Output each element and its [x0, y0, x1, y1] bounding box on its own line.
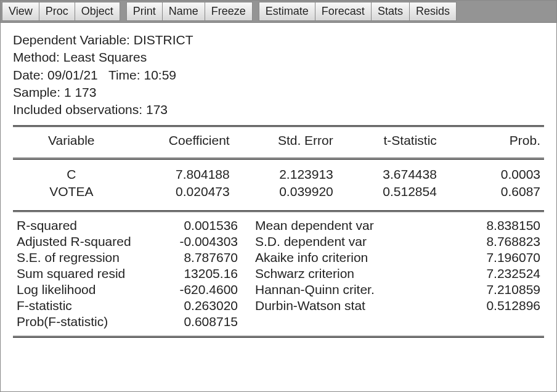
coef-header-row: Variable Coefficient Std. Error t-Statis… — [13, 129, 544, 152]
proc-button[interactable]: Proc — [39, 2, 75, 21]
stats-row: S.E. of regression 8.787670 Akaike info … — [13, 250, 544, 266]
view-button[interactable]: View — [2, 2, 39, 21]
coef-var: VOTEA — [13, 183, 130, 204]
name-button[interactable]: Name — [162, 2, 205, 21]
rule-header — [13, 158, 544, 160]
coef-t: 0.512854 — [337, 183, 441, 204]
object-button[interactable]: Object — [75, 2, 120, 21]
stat-label — [251, 314, 414, 330]
coef-p: 0.6087 — [441, 183, 544, 204]
summary-stats-table: R-squared 0.001536 Mean dependent var 8.… — [13, 214, 544, 330]
coef-row: VOTEA 0.020473 0.039920 0.512854 0.6087 — [13, 183, 544, 204]
date-time-line: Date: 09/01/21 Time: 10:59 — [13, 67, 544, 84]
stat-value: 0.608715 — [159, 314, 251, 330]
col-prob: Prob. — [441, 129, 544, 152]
method-label: Method: — [13, 50, 63, 64]
stat-value: -0.004303 — [159, 234, 251, 250]
rule-top — [13, 125, 544, 127]
stat-label: S.D. dependent var — [251, 234, 414, 250]
output-header: Dependent Variable: DISTRICT Method: Lea… — [13, 31, 544, 119]
stats-row: Prob(F-statistic) 0.608715 — [13, 314, 544, 330]
stat-value: 7.196070 — [414, 250, 544, 266]
sample-label: Sample: — [13, 85, 64, 99]
stat-value: 0.001536 — [159, 214, 251, 234]
stats-row: Sum squared resid 13205.16 Schwarz crite… — [13, 266, 544, 282]
stats-row: Adjusted R-squared -0.004303 S.D. depend… — [13, 234, 544, 250]
sample-line: Sample: 1 173 — [13, 84, 544, 101]
stat-value — [414, 314, 544, 330]
col-tstat: t-Statistic — [337, 129, 441, 152]
method-value: Least Squares — [63, 50, 147, 64]
rule-bottom — [13, 336, 544, 338]
estimate-button[interactable]: Estimate — [259, 2, 315, 21]
coef-se: 2.123913 — [234, 162, 337, 183]
stat-value: 7.232524 — [414, 266, 544, 282]
coef-val: 7.804188 — [130, 162, 234, 183]
toolbar-group-3: Estimate Forecast Stats Resids — [259, 2, 457, 21]
output-window: View Proc Object Print Name Freeze Estim… — [0, 0, 557, 392]
stats-row: Log likelihood -620.4600 Hannan-Quinn cr… — [13, 282, 544, 298]
resids-button[interactable]: Resids — [409, 2, 457, 21]
stat-label: Schwarz criterion — [251, 266, 414, 282]
stat-value: 7.210859 — [414, 282, 544, 298]
stat-label: S.E. of regression — [13, 250, 159, 266]
sample-value: 1 173 — [64, 85, 97, 99]
stat-label: R-squared — [13, 214, 159, 234]
coef-var: C — [13, 162, 130, 183]
coef-p: 0.0003 — [441, 162, 544, 183]
toolbar-group-2: Print Name Freeze — [126, 2, 253, 21]
stat-label: Durbin-Watson stat — [251, 298, 414, 314]
dep-var-label: Dependent Variable: — [13, 33, 134, 47]
stat-label: Adjusted R-squared — [13, 234, 159, 250]
stat-value: 8.787670 — [159, 250, 251, 266]
stat-value: 8.768823 — [414, 234, 544, 250]
coef-row: C 7.804188 2.123913 3.674438 0.0003 — [13, 162, 544, 183]
stat-label: Sum squared resid — [13, 266, 159, 282]
stat-label: Hannan-Quinn criter. — [251, 282, 414, 298]
regression-output: Dependent Variable: DISTRICT Method: Lea… — [1, 23, 556, 349]
forecast-button[interactable]: Forecast — [315, 2, 372, 21]
observations-line: Included observations: 173 — [13, 101, 544, 118]
stat-value: 0.263020 — [159, 298, 251, 314]
stat-value: 8.838150 — [414, 214, 544, 234]
stat-label: Prob(F-statistic) — [13, 314, 159, 330]
freeze-button[interactable]: Freeze — [205, 2, 253, 21]
col-coefficient: Coefficient — [130, 129, 234, 152]
stat-value: 0.512896 — [414, 298, 544, 314]
coefficient-table-body: C 7.804188 2.123913 3.674438 0.0003 VOTE… — [13, 162, 544, 204]
toolbar-group-1: View Proc Object — [2, 2, 120, 21]
col-variable: Variable — [13, 129, 130, 152]
time-label: Time: — [108, 68, 144, 82]
time-value: 10:59 — [144, 68, 176, 82]
stats-row: F-statistic 0.263020 Durbin-Watson stat … — [13, 298, 544, 314]
stat-label: Akaike info criterion — [251, 250, 414, 266]
method-line: Method: Least Squares — [13, 49, 544, 66]
stats-button[interactable]: Stats — [371, 2, 410, 21]
dependent-variable-line: Dependent Variable: DISTRICT — [13, 31, 544, 49]
obs-value: 173 — [146, 102, 168, 116]
stats-row: R-squared 0.001536 Mean dependent var 8.… — [13, 214, 544, 234]
coef-t: 3.674438 — [337, 162, 441, 183]
date-value: 09/01/21 — [47, 68, 98, 82]
coefficient-table: Variable Coefficient Std. Error t-Statis… — [13, 129, 544, 152]
obs-label: Included observations: — [13, 102, 146, 116]
date-label: Date: — [13, 68, 47, 82]
stat-label: F-statistic — [13, 298, 159, 314]
col-stderr: Std. Error — [234, 129, 337, 152]
stat-label: Log likelihood — [13, 282, 159, 298]
coef-val: 0.020473 — [130, 183, 234, 204]
stat-label: Mean dependent var — [251, 214, 414, 234]
coef-se: 0.039920 — [234, 183, 337, 204]
rule-mid — [13, 210, 544, 212]
stat-value: 13205.16 — [159, 266, 251, 282]
print-button[interactable]: Print — [126, 2, 163, 21]
stat-value: -620.4600 — [159, 282, 251, 298]
toolbar: View Proc Object Print Name Freeze Estim… — [1, 1, 556, 23]
dep-var-value: DISTRICT — [134, 33, 193, 47]
